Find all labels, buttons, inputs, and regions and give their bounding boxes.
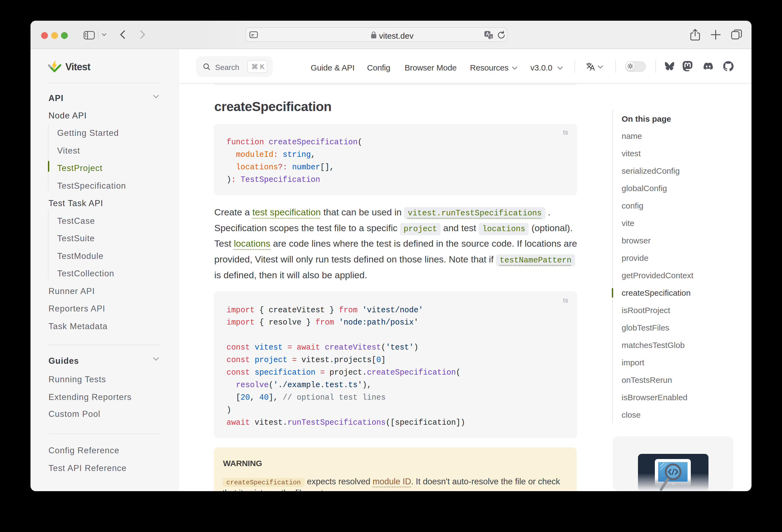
- svg-text:文: 文: [490, 35, 493, 39]
